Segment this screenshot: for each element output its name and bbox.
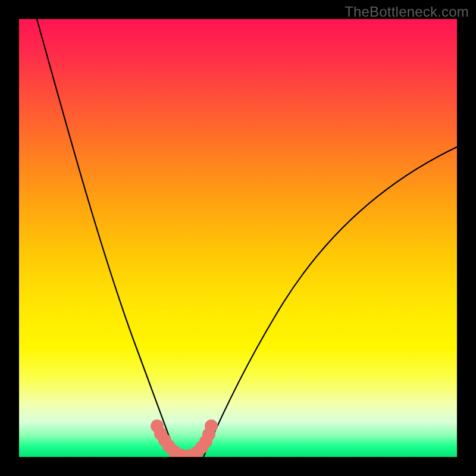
marker-dot: [205, 419, 218, 433]
left-curve: [37, 19, 177, 457]
curves-svg: [19, 19, 457, 457]
right-curve: [203, 147, 457, 457]
watermark-text: TheBottleneck.com: [345, 4, 469, 20]
plot-area: [19, 19, 457, 457]
marker-group: [151, 419, 218, 457]
chart-frame: TheBottleneck.com: [0, 0, 476, 476]
